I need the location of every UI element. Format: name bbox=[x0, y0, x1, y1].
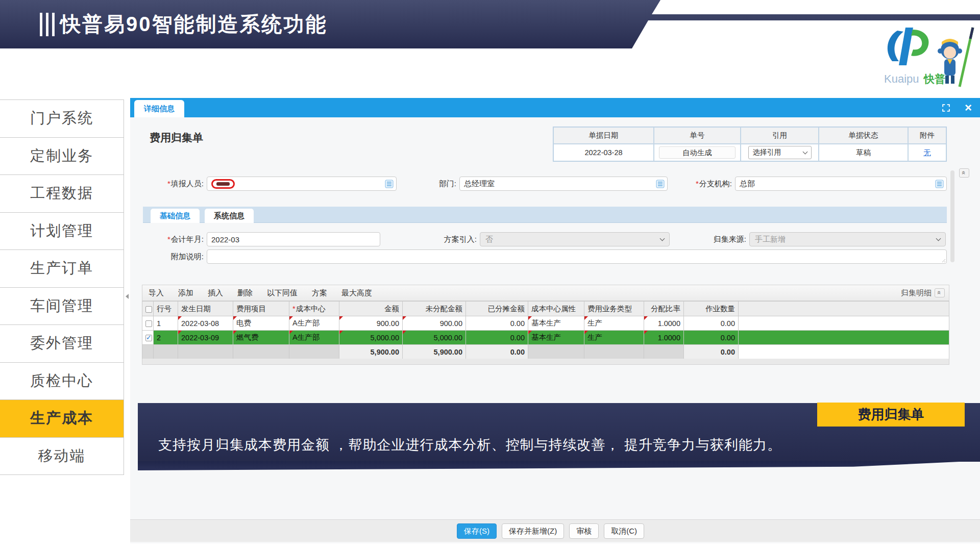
chevron-down-icon bbox=[660, 236, 665, 241]
reference-select[interactable]: 选择引用 bbox=[748, 146, 812, 159]
period-label: *会计年月: bbox=[143, 235, 207, 244]
sidebar-item[interactable]: 质检中心 bbox=[0, 363, 124, 400]
delete-button[interactable]: 删除 bbox=[237, 288, 253, 298]
grid-toolbar: 导入添加插入删除以下同值方案最大高度 归集明细 bbox=[142, 285, 949, 301]
vertical-scrollbar[interactable] bbox=[950, 170, 954, 262]
sidebar-item[interactable]: 车间管理 bbox=[0, 288, 124, 325]
close-icon[interactable]: × bbox=[965, 102, 972, 114]
totals-cell: 5,900.00 bbox=[403, 345, 466, 359]
sidebar-collapse-arrow-icon[interactable] bbox=[126, 294, 129, 299]
person-label: *填报人员: bbox=[143, 179, 207, 189]
grid-collapse-button[interactable] bbox=[935, 288, 945, 297]
column-header: 行号 bbox=[154, 302, 178, 316]
column-header: 费用项目 bbox=[233, 302, 289, 316]
totals-cell bbox=[289, 345, 339, 359]
doc-date-value: 2022-03-28 bbox=[553, 144, 654, 161]
branch-label: *分支机构: bbox=[687, 179, 735, 189]
row-checkbox[interactable] bbox=[145, 335, 152, 341]
required-asterisk: * bbox=[292, 305, 296, 313]
filler-cell bbox=[739, 345, 949, 359]
save-button[interactable]: 保存(S) bbox=[457, 523, 497, 539]
max-height-button[interactable]: 最大高度 bbox=[341, 288, 372, 298]
totals-cell bbox=[154, 345, 178, 359]
sidebar-item[interactable]: 生产成本 bbox=[0, 400, 124, 438]
column-header: 成本中心属性 bbox=[528, 302, 584, 316]
plan-label: 方案引入: bbox=[439, 235, 480, 244]
subtab-strip: 基础信息系统信息 bbox=[143, 207, 947, 223]
cell: 2022-03-08 bbox=[178, 316, 233, 331]
doc-number-value: 自动生成 bbox=[659, 146, 736, 159]
dept-input[interactable]: 总经理室 bbox=[459, 177, 668, 191]
filler-cell bbox=[739, 316, 949, 331]
logo-brand-en: Kuaipu bbox=[884, 72, 919, 85]
slide: 快普易90智能制造系统功能 Kuaipu 快普 ™ bbox=[0, 0, 980, 551]
note-textarea[interactable] bbox=[207, 249, 947, 264]
cell: 5,000.00 bbox=[403, 331, 466, 345]
tab-detail-info[interactable]: 详细信息 bbox=[134, 100, 184, 117]
plan-button[interactable]: 方案 bbox=[312, 288, 327, 298]
sidebar-item[interactable]: 移动端 bbox=[0, 438, 124, 475]
cell: 基本生产 bbox=[528, 331, 584, 345]
select-all-header bbox=[142, 302, 154, 316]
redacted-name bbox=[211, 179, 235, 189]
same-below-button[interactable]: 以下同值 bbox=[267, 288, 298, 298]
subtab[interactable]: 基础信息 bbox=[151, 209, 200, 223]
source-select: 手工新增 bbox=[749, 232, 946, 246]
lookup-icon[interactable] bbox=[385, 180, 394, 188]
fullscreen-icon[interactable] bbox=[942, 104, 950, 112]
totals-cell: 5,900.00 bbox=[339, 345, 403, 359]
insert-button[interactable]: 插入 bbox=[208, 288, 223, 298]
row-checkbox[interactable] bbox=[145, 320, 152, 327]
column-header: 作业数量 bbox=[684, 302, 739, 316]
sidebar-item[interactable]: 工程数据 bbox=[0, 175, 124, 213]
window-tabbar: 详细信息 × bbox=[130, 98, 980, 117]
attachment-link[interactable]: 无 bbox=[923, 148, 931, 158]
logo-brand-cn: 快普 bbox=[923, 73, 945, 85]
column-header: 已分摊金额 bbox=[466, 302, 528, 316]
select-all-checkbox[interactable] bbox=[145, 306, 152, 313]
sidebar-item[interactable]: 计划管理 bbox=[0, 213, 124, 251]
cell: 900.00 bbox=[339, 316, 403, 331]
grid-scroll-strip[interactable] bbox=[142, 359, 949, 365]
lookup-icon[interactable] bbox=[656, 180, 665, 188]
cell: 生产 bbox=[584, 331, 644, 345]
note-label: 附加说明: bbox=[143, 252, 207, 262]
add-button[interactable]: 添加 bbox=[178, 288, 193, 298]
cell: 2022-03-09 bbox=[178, 331, 233, 345]
column-header: 金额 bbox=[339, 302, 403, 316]
doc-col-attachment: 附件 bbox=[908, 127, 946, 144]
cell: 5,000.00 bbox=[339, 331, 403, 345]
plan-select: 否 bbox=[480, 232, 670, 246]
table-row[interactable]: 12022-03-08电费A生产部900.00900.000.00基本生产生产1… bbox=[142, 316, 949, 331]
row-select-cell bbox=[142, 331, 154, 345]
cell: A生产部 bbox=[289, 331, 339, 345]
totals-cell: 0.00 bbox=[684, 345, 739, 359]
sidebar-item[interactable]: 门户系统 bbox=[0, 100, 124, 138]
cell: A生产部 bbox=[289, 316, 339, 331]
sidebar-item[interactable]: 生产订单 bbox=[0, 250, 124, 288]
header-collapse-button[interactable] bbox=[959, 168, 969, 178]
audit-button[interactable]: 审核 bbox=[569, 523, 599, 539]
cell: 900.00 bbox=[403, 316, 466, 331]
sidebar-item[interactable]: 委外管理 bbox=[0, 325, 124, 363]
doc-col-status: 单据状态 bbox=[819, 127, 908, 144]
grid-panel-label: 归集明细 bbox=[901, 288, 932, 298]
sidebar-item[interactable]: 定制业务 bbox=[0, 138, 124, 176]
table-row[interactable]: 22022-03-09燃气费A生产部5,000.005,000.000.00基本… bbox=[142, 331, 949, 345]
kuaipu-logo: Kuaipu 快普 ™ bbox=[882, 24, 980, 92]
branch-input[interactable]: 总部 bbox=[735, 177, 947, 191]
period-input[interactable]: 2022-03 bbox=[207, 232, 380, 246]
import-button[interactable]: 导入 bbox=[149, 288, 164, 298]
kp-monogram-icon bbox=[888, 28, 929, 65]
cell: 0.00 bbox=[684, 331, 739, 345]
totals-cell bbox=[233, 345, 289, 359]
person-input[interactable] bbox=[207, 177, 397, 191]
column-header: 费用业务类型 bbox=[584, 302, 644, 316]
cell: 1 bbox=[154, 316, 178, 331]
cancel-button[interactable]: 取消(C) bbox=[604, 523, 644, 539]
column-header: *成本中心 bbox=[289, 302, 339, 316]
sidebar: 门户系统定制业务工程数据计划管理生产订单车间管理委外管理质检中心生产成本移动端 bbox=[0, 99, 124, 475]
subtab[interactable]: 系统信息 bbox=[205, 209, 254, 223]
lookup-icon[interactable] bbox=[935, 180, 944, 188]
save-and-new-button[interactable]: 保存并新增(Z) bbox=[502, 523, 564, 539]
